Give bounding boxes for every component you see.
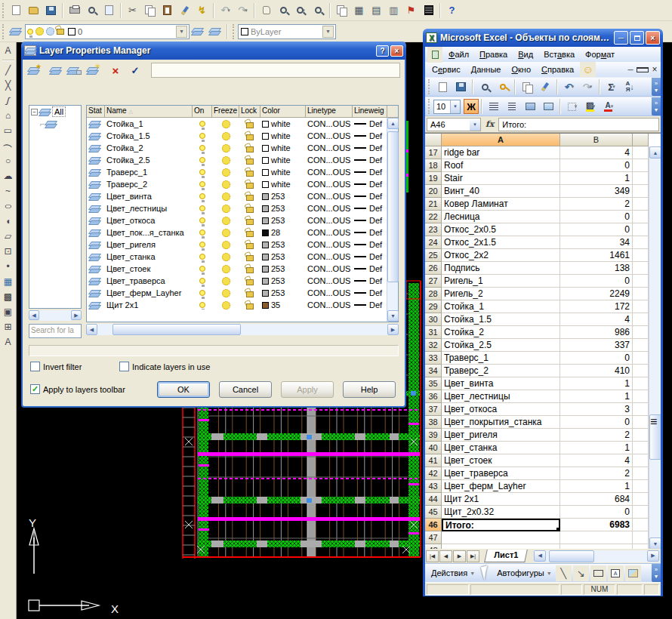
publish-button[interactable] bbox=[101, 2, 117, 18]
cell-c40[interactable] bbox=[633, 442, 649, 454]
layer-on-toggle[interactable] bbox=[199, 266, 205, 272]
layer-row[interactable]: Щит 2x135CON...OUSDef bbox=[87, 299, 398, 310]
row-header-31[interactable]: 31 bbox=[425, 326, 442, 339]
cell-a42[interactable]: Цвет_траверса bbox=[442, 467, 560, 480]
cell-a34[interactable]: Траверс_2 bbox=[442, 365, 560, 377]
cell-b42[interactable]: 2 bbox=[560, 467, 633, 480]
align-center-button[interactable] bbox=[504, 98, 520, 115]
layer-lock-toggle[interactable] bbox=[246, 231, 254, 237]
menu-item-правка[interactable]: Правка bbox=[474, 48, 513, 60]
layer-lock-toggle[interactable] bbox=[246, 207, 254, 213]
grid-vertical-scrollbar[interactable]: ▲ ≡ ▼ bbox=[649, 146, 661, 549]
cut-button[interactable]: ✂ bbox=[125, 2, 140, 18]
row-header-38[interactable]: 38 bbox=[425, 416, 442, 429]
menu-item-данные[interactable]: Данные bbox=[466, 63, 507, 75]
arc-tool[interactable]: ( bbox=[1, 138, 16, 153]
layer-on-toggle[interactable] bbox=[199, 217, 205, 223]
column-header-color[interactable]: Color bbox=[260, 106, 306, 117]
cell-b24[interactable]: 34 bbox=[560, 236, 633, 249]
cell-c32[interactable] bbox=[633, 339, 649, 352]
new-property-filter-button[interactable]: ★ bbox=[28, 62, 46, 79]
cell-b34[interactable]: 410 bbox=[560, 365, 633, 377]
layer-lock-toggle[interactable] bbox=[246, 291, 254, 297]
layer-lock-toggle[interactable] bbox=[246, 255, 254, 261]
tree-collapse-icon[interactable]: − bbox=[31, 109, 38, 115]
zoom-previous-button[interactable] bbox=[310, 2, 326, 18]
line-tool[interactable]: ╲ bbox=[556, 565, 572, 581]
excel-titlebar[interactable]: X Microsoft Excel - Объекты по слоям… ─ … bbox=[423, 29, 663, 47]
new-layer-button[interactable]: ✳ bbox=[87, 62, 105, 79]
tree-item-all[interactable]: − All bbox=[29, 106, 81, 118]
cell-c42[interactable] bbox=[633, 467, 649, 480]
toolbar-grip[interactable] bbox=[428, 79, 431, 94]
cell-a25[interactable]: Откос_2x2 bbox=[442, 249, 560, 262]
scrollbar-thumb[interactable] bbox=[113, 324, 241, 335]
chevron-down-icon[interactable]: ▼ bbox=[450, 100, 460, 113]
color-swatch[interactable] bbox=[262, 121, 269, 128]
layer-row[interactable]: Стойка_1.5whiteCON...OUSDef bbox=[87, 130, 398, 142]
color-swatch[interactable] bbox=[262, 145, 269, 152]
cell-b20[interactable]: 349 bbox=[560, 185, 633, 198]
make-block-tool[interactable]: ⊡ bbox=[1, 244, 16, 259]
cell-b23[interactable]: 0 bbox=[560, 223, 633, 236]
column-header-lock[interactable]: Lock bbox=[239, 106, 260, 117]
redo-button[interactable]: ↷▾ bbox=[579, 79, 596, 95]
cell-c29[interactable] bbox=[633, 300, 649, 313]
sheet-set-manager-button[interactable]: ▥ bbox=[386, 2, 402, 18]
layer-row[interactable]: Цвет_ферм_Layher253CON...OUSDef bbox=[87, 287, 398, 299]
prev-sheet-button[interactable]: ◀ bbox=[439, 550, 452, 562]
row-header-46[interactable]: 46 bbox=[425, 519, 442, 531]
layer-freeze-toggle[interactable] bbox=[222, 229, 230, 237]
color-swatch[interactable] bbox=[262, 278, 269, 285]
layer-previous-button[interactable] bbox=[208, 23, 223, 39]
dialog-titlebar[interactable]: Layer Properties Manager ? × bbox=[21, 42, 406, 60]
copy-button[interactable] bbox=[519, 79, 535, 95]
menu-item-окно[interactable]: Окно bbox=[506, 63, 536, 75]
cell-b28[interactable]: 2249 bbox=[560, 288, 633, 300]
cell-a38[interactable]: Цвет_покрытия_станка bbox=[442, 416, 560, 429]
layer-freeze-toggle[interactable] bbox=[222, 253, 230, 261]
layer-properties-manager-button[interactable] bbox=[8, 23, 24, 39]
layer-freeze-toggle[interactable] bbox=[222, 168, 230, 177]
layer-freeze-toggle[interactable] bbox=[222, 192, 230, 201]
minimize-button[interactable]: ─ bbox=[614, 31, 628, 45]
delete-layer-button[interactable]: × bbox=[106, 62, 125, 79]
format-painter-button[interactable] bbox=[537, 79, 553, 95]
cell-b37[interactable]: 3 bbox=[560, 403, 633, 416]
layer-control-dropdown[interactable]: 0 ▼ bbox=[25, 24, 190, 39]
column-header-partial[interactable] bbox=[633, 134, 649, 146]
cell-c25[interactable] bbox=[633, 249, 649, 262]
row-header-27[interactable]: 27 bbox=[425, 275, 442, 288]
cell-b18[interactable]: 0 bbox=[560, 159, 633, 172]
cell-a19[interactable]: Stair bbox=[442, 172, 560, 185]
spline-tool[interactable]: ~ bbox=[1, 183, 16, 199]
merge-center-button[interactable] bbox=[522, 98, 538, 115]
row-header-36[interactable]: 36 bbox=[425, 390, 442, 403]
cell-a40[interactable]: Цвет_станка bbox=[442, 442, 560, 454]
row-header-37[interactable]: 37 bbox=[425, 403, 442, 416]
cell-a17[interactable]: ridge bar bbox=[442, 146, 560, 159]
workbook-restore-button[interactable] bbox=[637, 66, 649, 74]
cell-a48[interactable] bbox=[442, 544, 560, 549]
layer-freeze-toggle[interactable] bbox=[222, 120, 230, 128]
last-sheet-button[interactable]: ▶| bbox=[467, 550, 479, 562]
cell-c41[interactable] bbox=[633, 454, 649, 467]
new-button[interactable] bbox=[434, 79, 451, 95]
cell-b22[interactable]: 0 bbox=[560, 211, 633, 223]
color-swatch[interactable] bbox=[262, 217, 269, 224]
layer-freeze-toggle[interactable] bbox=[222, 132, 230, 140]
row-header-35[interactable]: 35 bbox=[425, 377, 442, 390]
cell-b31[interactable]: 986 bbox=[560, 326, 633, 339]
cell-b38[interactable]: 0 bbox=[560, 416, 633, 429]
column-header-stat[interactable]: Stat bbox=[87, 106, 105, 117]
layer-row[interactable]: Цвет_станка253CON...OUSDef bbox=[87, 251, 398, 263]
select-pointer-icon[interactable] bbox=[481, 565, 491, 581]
color-swatch[interactable] bbox=[262, 266, 269, 273]
gradient-tool[interactable]: ▩ bbox=[1, 289, 16, 304]
cell-c27[interactable] bbox=[633, 275, 649, 288]
cell-c36[interactable] bbox=[633, 390, 649, 403]
row-header-39[interactable]: 39 bbox=[425, 429, 442, 442]
apply-button[interactable]: Apply bbox=[281, 381, 334, 398]
cell-c33[interactable] bbox=[633, 352, 649, 365]
cell-c39[interactable] bbox=[633, 429, 649, 442]
